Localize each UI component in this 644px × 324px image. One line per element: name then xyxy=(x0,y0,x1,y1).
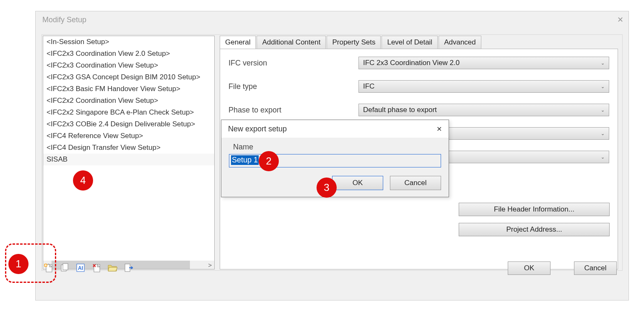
tab-property-sets[interactable]: Property Sets xyxy=(327,36,381,49)
ok-button[interactable]: OK xyxy=(508,261,551,275)
setup-item[interactable]: <IFC2x2 Coordination View Setup> xyxy=(43,95,214,107)
footer-buttons: OK Cancel xyxy=(508,261,617,275)
open-folder-icon[interactable] xyxy=(107,262,118,273)
file-type-value: IFC xyxy=(363,82,374,91)
popup-title: New export setup xyxy=(228,125,287,133)
setup-item-selected[interactable]: SISAB xyxy=(43,154,214,165)
close-icon[interactable]: ✕ xyxy=(617,15,623,24)
setup-item[interactable]: <IFC2x2 Singapore BCA e-Plan Check Setup… xyxy=(43,107,214,118)
setup-item[interactable]: <IFC2x3 COBie 2.4 Design Deliverable Set… xyxy=(43,118,214,130)
project-address-button[interactable]: Project Address... xyxy=(459,223,610,236)
setup-item[interactable]: <IFC2x3 Basic FM Handover View Setup> xyxy=(43,83,214,95)
chevron-down-icon: ⌄ xyxy=(601,60,605,66)
setup-list: <In-Session Setup> <IFC2x3 Coordination … xyxy=(43,36,215,269)
setup-item[interactable]: <In-Session Setup> xyxy=(43,36,214,48)
tab-advanced[interactable]: Advanced xyxy=(439,36,481,49)
ifc-version-select[interactable]: IFC 2x3 Coordination View 2.0⌄ xyxy=(358,57,609,69)
file-type-select[interactable]: IFC⌄ xyxy=(358,80,609,93)
file-type-label: File type xyxy=(229,82,358,91)
ifc-version-value: IFC 2x3 Coordination View 2.0 xyxy=(363,59,460,67)
setup-item[interactable]: <IFC2x3 GSA Concept Design BIM 2010 Setu… xyxy=(43,71,214,83)
svg-text:AI: AI xyxy=(78,265,83,271)
annotation-2: 2 xyxy=(259,151,279,171)
titlebar: Modify Setup ✕ xyxy=(36,11,628,28)
setup-item[interactable]: <IFC2x3 Coordination View Setup> xyxy=(43,60,214,71)
popup-name-value: Setup 1 xyxy=(231,155,259,165)
chevron-down-icon: ⌄ xyxy=(601,84,605,89)
chevron-down-icon: ⌄ xyxy=(601,107,605,113)
tab-level-of-detail[interactable]: Level of Detail xyxy=(382,36,438,49)
annotation-3: 3 xyxy=(317,178,337,198)
popup-ok-button[interactable]: OK xyxy=(332,176,383,190)
phase-label: Phase to export xyxy=(229,106,358,115)
popup-name-label: Name xyxy=(229,143,441,152)
tab-general[interactable]: General xyxy=(220,36,256,49)
phase-value: Default phase to export xyxy=(363,106,437,114)
setup-item[interactable]: <IFC2x3 Coordination View 2.0 Setup> xyxy=(43,48,214,60)
phase-select[interactable]: Default phase to export⌄ xyxy=(358,104,609,116)
tab-strip: General Additional Content Property Sets… xyxy=(220,36,618,49)
setup-list-items: <In-Session Setup> <IFC2x3 Coordination … xyxy=(43,36,214,261)
scroll-right-icon[interactable]: > xyxy=(206,261,214,269)
popup-close-icon[interactable]: ✕ xyxy=(436,125,442,133)
popup-titlebar: New export setup ✕ xyxy=(221,120,449,138)
popup-cancel-button[interactable]: Cancel xyxy=(390,176,441,190)
setup-item[interactable]: <IFC4 Design Transfer View Setup> xyxy=(43,142,214,154)
annotation-1: 1 xyxy=(8,254,29,274)
file-header-info-button[interactable]: File Header Information... xyxy=(459,203,610,216)
setup-toolbar: AI xyxy=(43,262,134,273)
setup-item[interactable]: <IFC4 Reference View Setup> xyxy=(43,130,214,142)
side-buttons: File Header Information... Project Addre… xyxy=(459,203,610,236)
cancel-button[interactable]: Cancel xyxy=(574,261,617,275)
svg-rect-3 xyxy=(63,264,68,270)
chevron-down-icon: ⌄ xyxy=(601,131,605,136)
ifc-version-label: IFC version xyxy=(229,59,358,68)
rename-setup-icon[interactable]: AI xyxy=(75,262,86,273)
dialog-title: Modify Setup xyxy=(42,16,86,24)
annotation-4: 4 xyxy=(73,170,93,191)
tab-additional-content[interactable]: Additional Content xyxy=(257,36,326,49)
duplicate-setup-icon[interactable] xyxy=(59,262,70,273)
export-setup-icon[interactable] xyxy=(123,262,134,273)
chevron-down-icon: ⌄ xyxy=(601,154,605,160)
delete-setup-icon[interactable] xyxy=(91,262,102,273)
